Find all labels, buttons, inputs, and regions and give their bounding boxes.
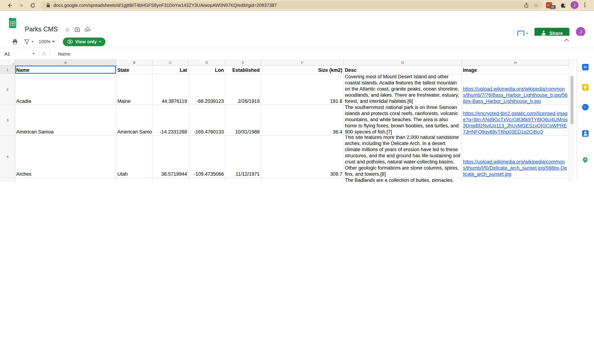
cell-value: Acadia (16, 98, 31, 105)
row-header-2[interactable]: 2 (0, 74, 15, 105)
filter-icon[interactable] (24, 39, 29, 44)
cell-A1[interactable]: Name (15, 66, 116, 74)
cell-value: 38.5719944 (161, 171, 187, 178)
maps-icon[interactable] (582, 157, 589, 163)
keep-icon[interactable] (582, 84, 589, 91)
row-header-1[interactable]: 1 (0, 66, 15, 74)
view-only-button[interactable]: View only (63, 37, 105, 46)
print-icon[interactable] (12, 39, 18, 44)
lock-icon[interactable] (45, 2, 51, 8)
column-header-E[interactable]: E (225, 59, 261, 66)
cell-C5[interactable]: 43.7480316 (152, 178, 189, 182)
column-header-C[interactable]: C (152, 59, 189, 66)
collapse-toolbar-icon[interactable] (564, 39, 569, 41)
cell-H3[interactable]: https://encrypted-tbn2.gstatic.com/licen… (462, 105, 569, 136)
zoom-level[interactable]: 100% (39, 39, 51, 44)
row-header-4[interactable]: 4 (0, 136, 15, 178)
cell-H4[interactable]: https://upload.wikimedia.org/wikipedia/c… (462, 136, 569, 178)
share-person-link-icon (541, 30, 546, 36)
spreadsheet-grid[interactable]: 1NameStateLatLonEstablishedSize (km2)Des… (0, 66, 569, 182)
cell-H1[interactable]: Image (462, 66, 569, 74)
url-text[interactable]: docs.google.com/spreadsheets/d/1gjttBIT4… (54, 3, 524, 8)
forward-button[interactable] (18, 2, 25, 8)
url-bar[interactable]: docs.google.com/spreadsheets/d/1gjttBIT4… (40, 1, 543, 9)
cell-H2[interactable]: https://upload.wikimedia.org/wikipedia/c… (462, 74, 569, 105)
column-header-D[interactable]: D (189, 59, 225, 66)
cell-D2[interactable]: -68.2039123 (189, 74, 225, 105)
cell-A4[interactable]: Arches (15, 136, 116, 178)
column-header-B[interactable]: B (116, 59, 152, 66)
cell-F1[interactable]: Size (km2) (261, 66, 344, 74)
image-link[interactable]: https://encrypted-tbn2.gstatic.com/licen… (463, 110, 568, 135)
cell-F3[interactable]: 36.4 (261, 105, 344, 136)
docs-header: Parks CMS ☆ FileEditViewInsertFormatData… (0, 11, 594, 36)
cell-A2[interactable]: Acadia (15, 74, 116, 105)
cell-B4[interactable]: Utah (116, 136, 152, 178)
column-header-A[interactable]: A (15, 59, 116, 66)
cell-B1[interactable]: State (116, 66, 152, 74)
cell-F2[interactable]: 191.8 (261, 74, 344, 105)
column-header-G[interactable]: G (344, 59, 462, 66)
cell-G1[interactable]: Desc (344, 66, 462, 74)
select-all-corner[interactable] (0, 59, 15, 66)
cell-H5[interactable]: https://upload.wikimedia.org/wikipedia/c… (462, 178, 569, 182)
cell-C3[interactable]: -14.2331268 (152, 105, 189, 136)
cell-value: 191.8 (330, 98, 342, 105)
cell-C2[interactable]: 44.3876119 (152, 74, 189, 105)
cell-A3[interactable]: American Samoa (15, 105, 116, 136)
cell-D4[interactable]: -109.4735066 (189, 136, 225, 178)
tasks-icon[interactable]: ✓ (582, 104, 589, 110)
vertical-scrollbar[interactable] (570, 59, 574, 182)
cell-E3[interactable]: 10/31/1988 (225, 105, 261, 136)
cell-value: Utah (117, 171, 128, 178)
cell-G2[interactable]: Covering most of Mount Desert Island and… (344, 74, 462, 105)
cell-C4[interactable]: 38.5719944 (152, 136, 189, 178)
image-link[interactable]: https://upload.wikimedia.org/wikipedia/c… (463, 159, 568, 178)
back-button[interactable] (7, 2, 13, 8)
share-page-icon[interactable] (524, 2, 528, 8)
cell-value: The Badlands are a collection of buttes,… (345, 178, 460, 182)
name-box-caret-icon[interactable] (33, 53, 35, 54)
column-header-F[interactable]: F (261, 59, 344, 66)
zoom-caret-icon[interactable] (52, 41, 55, 43)
cell-B5[interactable]: South Dakota (116, 178, 152, 182)
calendar-icon[interactable]: 31 (582, 64, 589, 70)
formula-input[interactable]: Name (58, 51, 70, 56)
reload-button[interactable] (30, 2, 36, 8)
cell-C1[interactable]: Lat (152, 66, 189, 74)
column-header-H[interactable]: H (462, 59, 569, 66)
cell-G3[interactable]: The southernmost national park is on thr… (344, 105, 462, 136)
cell-D3[interactable]: -169.4760133 (189, 105, 225, 136)
vertical-scrollbar-thumb[interactable] (571, 76, 574, 125)
document-title[interactable]: Parks CMS (25, 26, 58, 33)
image-link[interactable]: https://upload.wikimedia.org/wikipedia/c… (463, 86, 568, 105)
cell-E2[interactable]: 2/26/1919 (225, 74, 261, 105)
move-to-drive-icon[interactable] (75, 27, 80, 32)
cell-G4[interactable]: This site features more than 2,000 natur… (344, 136, 462, 178)
browser-menu-icon[interactable] (584, 2, 585, 7)
contacts-icon[interactable] (582, 130, 589, 137)
cell-F4[interactable]: 309.7 (261, 136, 344, 178)
star-document-icon[interactable]: ☆ (65, 27, 70, 32)
filter-caret-icon[interactable] (31, 41, 34, 42)
cell-E5[interactable]: 11/10/1978 (225, 178, 261, 182)
cell-E1[interactable]: Established (225, 66, 261, 74)
browser-profile-avatar[interactable]: J (571, 1, 579, 9)
sheets-logo[interactable] (9, 18, 16, 28)
account-avatar[interactable]: J (576, 27, 585, 36)
cell-E4[interactable]: 11/12/1971 (225, 136, 261, 178)
extensions-puzzle-icon[interactable] (560, 2, 566, 9)
bookmark-star-icon[interactable]: ☆ (533, 2, 538, 8)
cell-D1[interactable]: Lon (189, 66, 225, 74)
cell-B3[interactable]: American Samoa (116, 105, 152, 136)
name-box[interactable]: A1 (0, 51, 33, 56)
cell-D5[interactable]: -102.4983748 (189, 178, 225, 182)
cell-value: -68.2039123 (196, 98, 224, 105)
cell-G5[interactable]: The Badlands are a collection of buttes,… (344, 178, 462, 182)
cell-B2[interactable]: Maine (116, 74, 152, 105)
row-header-5[interactable]: 5 (0, 178, 15, 182)
cell-A5[interactable]: Badlands (15, 178, 116, 182)
cell-F5[interactable]: 982.4 (261, 178, 344, 182)
cell-value: 44.3876119 (162, 98, 187, 105)
row-header-3[interactable]: 3 (0, 105, 15, 136)
